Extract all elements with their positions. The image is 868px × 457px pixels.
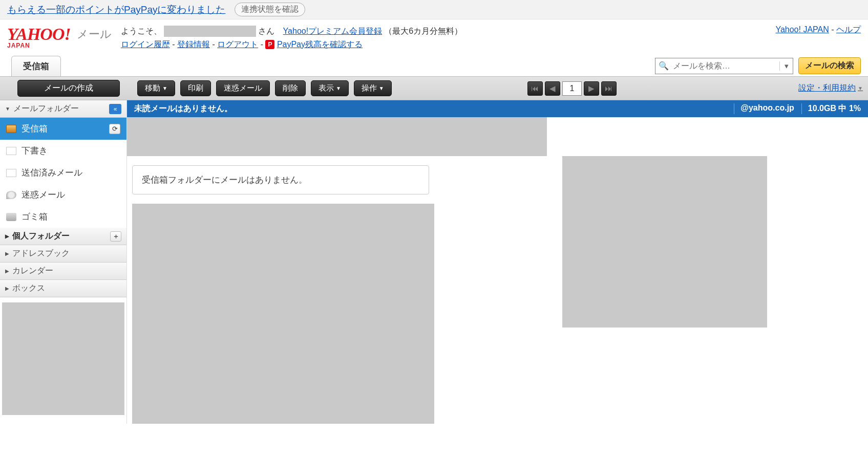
welcome-prefix: ようこそ、 — [121, 25, 162, 38]
compose-button[interactable]: メールの作成 — [17, 80, 120, 97]
caret-down-icon: ▼ — [858, 85, 863, 91]
content-area: 未読メールはありません。 @yahoo.co.jp 10.0GB 中 1% 受信… — [127, 100, 868, 424]
folder-sent[interactable]: 送信済みメール — [0, 162, 126, 184]
folder-draft[interactable]: 下書き — [0, 140, 126, 162]
account-domain: @yahoo.co.jp — [734, 103, 794, 114]
header: YAHOO! JAPAN メール ようこそ、 さん Yahoo!プレミアム会員登… — [0, 19, 868, 51]
folder-inbox[interactable]: 受信箱 ⟳ — [0, 118, 126, 140]
user-name-redacted — [164, 26, 256, 37]
pager: ⏮ ◀ 1 ▶ ⏭ — [527, 81, 617, 96]
add-folder-button[interactable]: ＋ — [110, 231, 121, 242]
no-unread-message: 未読メールはありません。 — [134, 103, 232, 114]
sidebar-ad-placeholder — [2, 302, 124, 415]
header-right: Yahoo! JAPAN - ヘルプ — [775, 25, 861, 35]
section-personal-folder[interactable]: ▶ 個人フォルダー ＋ — [0, 228, 126, 245]
search-button[interactable]: メールの検索 — [798, 57, 861, 74]
page-number: 1 — [562, 81, 582, 96]
collapse-sidebar-button[interactable]: « — [109, 104, 121, 114]
inbox-icon — [6, 125, 16, 133]
triangle-down-icon: ▼ — [5, 106, 10, 112]
sent-icon — [6, 169, 16, 177]
ad-wide-placeholder — [127, 117, 547, 156]
search-icon: 🔍 — [655, 61, 672, 71]
search-field[interactable]: 🔍 ▾ — [655, 58, 793, 74]
help-link[interactable]: ヘルプ — [836, 25, 861, 34]
notice-bar: もらえる一部のポイントがPayPayに変わりました 連携状態を確認 — [0, 0, 868, 19]
refresh-button[interactable]: ⟳ — [109, 124, 120, 134]
page-next-button[interactable]: ▶ — [584, 81, 599, 96]
logo[interactable]: YAHOO! JAPAN メール — [7, 25, 112, 49]
caret-down-icon: ▼ — [336, 85, 341, 91]
caret-down-icon: ▼ — [379, 85, 384, 91]
paypay-balance-link[interactable]: PayPay残高を確認する — [277, 40, 363, 49]
delete-button[interactable]: 削除 — [275, 80, 306, 96]
draft-icon — [6, 147, 16, 155]
sidebar: ▼ メールフォルダー « 受信箱 ⟳ 下書き 送信済みメール 迷惑メール ゴミ箱… — [0, 100, 127, 424]
search-dropdown-button[interactable]: ▾ — [779, 61, 793, 71]
section-mail-folder[interactable]: ▼ メールフォルダー « — [0, 100, 126, 118]
trash-icon — [6, 213, 16, 221]
ad-large-placeholder — [132, 204, 434, 424]
move-button[interactable]: 移動▼ — [137, 80, 175, 96]
triangle-right-icon: ▶ — [5, 268, 9, 274]
page-first-button[interactable]: ⏮ — [527, 81, 543, 96]
tab-inbox[interactable]: 受信箱 — [11, 56, 61, 76]
action-button[interactable]: 操作▼ — [354, 80, 392, 96]
yahoo-japan-link[interactable]: Yahoo! JAPAN — [775, 25, 829, 34]
page-last-button[interactable]: ⏭ — [601, 81, 617, 96]
ad-side-placeholder — [562, 156, 767, 328]
triangle-right-icon: ▶ — [5, 251, 9, 256]
welcome-suffix: さん — [258, 25, 274, 38]
login-history-link[interactable]: ログイン履歴 — [121, 40, 170, 49]
triangle-right-icon: ▶ — [5, 286, 9, 291]
spam-icon — [6, 191, 16, 199]
tab-row: 受信箱 🔍 ▾ メールの検索 — [0, 56, 868, 76]
view-button[interactable]: 表示▼ — [311, 80, 349, 96]
search-input[interactable] — [672, 61, 779, 71]
section-box[interactable]: ▶ ボックス — [0, 280, 126, 297]
print-button[interactable]: 印刷 — [180, 80, 211, 96]
folder-spam[interactable]: 迷惑メール — [0, 184, 126, 206]
spam-button[interactable]: 迷惑メール — [216, 80, 270, 96]
empty-inbox-message: 受信箱フォルダーにメールはありません。 — [132, 165, 429, 194]
storage-info: 10.0GB 中 1% — [801, 103, 861, 114]
status-banner: 未読メールはありません。 @yahoo.co.jp 10.0GB 中 1% — [127, 100, 868, 117]
paypay-icon: P — [265, 40, 274, 49]
page-prev-button[interactable]: ◀ — [545, 81, 560, 96]
settings-link[interactable]: 設定・利用規約 ▼ — [798, 83, 863, 94]
folder-trash[interactable]: ゴミ箱 — [0, 206, 126, 228]
reg-info-link[interactable]: 登録情報 — [177, 40, 210, 49]
logout-link[interactable]: ログアウト — [217, 40, 258, 49]
triangle-right-icon: ▶ — [5, 233, 9, 239]
check-linkage-button[interactable]: 連携状態を確認 — [235, 3, 305, 16]
section-address-book[interactable]: ▶ アドレスブック — [0, 245, 126, 263]
caret-down-icon: ▼ — [162, 85, 167, 91]
header-info: ようこそ、 さん Yahoo!プレミアム会員登録 （最大6カ月分無料） ログイン… — [121, 25, 776, 51]
logo-product: メール — [77, 27, 112, 42]
premium-link[interactable]: Yahoo!プレミアム会員登録 — [283, 25, 383, 38]
logo-brand: YAHOO! — [7, 25, 71, 43]
notice-link[interactable]: もらえる一部のポイントがPayPayに変わりました — [7, 3, 225, 16]
section-calendar[interactable]: ▶ カレンダー — [0, 263, 126, 280]
toolbar: メールの作成 移動▼ 印刷 迷惑メール 削除 表示▼ 操作▼ ⏮ ◀ 1 ▶ ⏭… — [0, 76, 868, 100]
premium-note: （最大6カ月分無料） — [384, 25, 462, 38]
